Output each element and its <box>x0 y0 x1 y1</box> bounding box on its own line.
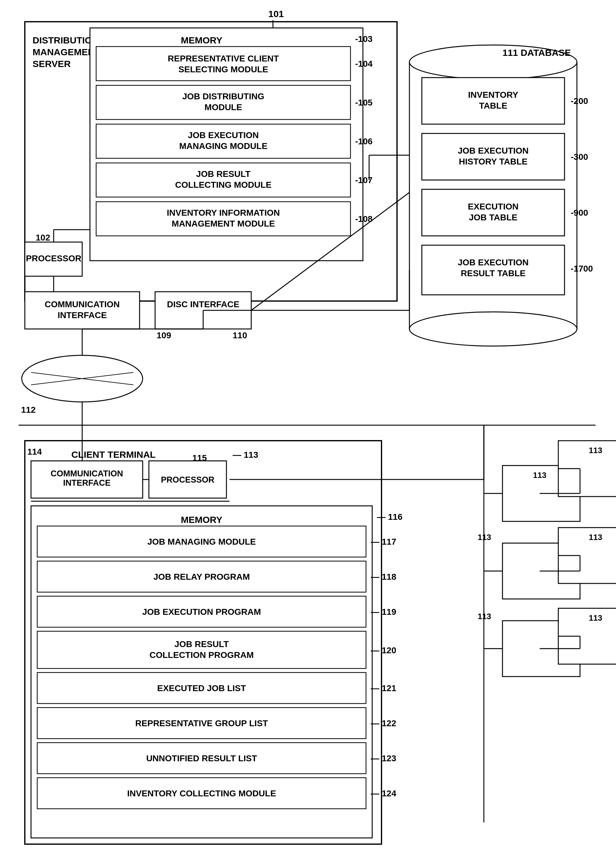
svg-rect-30 <box>409 62 577 329</box>
svg-text:-300: -300 <box>571 152 588 162</box>
svg-rect-122 <box>503 543 580 599</box>
svg-text:112: 112 <box>21 405 36 415</box>
svg-text:REPRESENTATIVE GROUP LIST: REPRESENTATIVE GROUP LIST <box>135 718 268 728</box>
svg-text:113: 113 <box>533 471 546 480</box>
svg-text:JOB EXECUTION: JOB EXECUTION <box>458 258 529 267</box>
svg-rect-6 <box>96 47 350 81</box>
svg-text:MANAGING MODULE: MANAGING MODULE <box>179 141 268 151</box>
svg-text:COLLECTING MODULE: COLLECTING MODULE <box>175 180 272 190</box>
svg-text:MODULE: MODULE <box>204 102 242 112</box>
svg-rect-97 <box>37 631 366 669</box>
svg-text:-200: -200 <box>571 96 588 106</box>
svg-text:EXECUTION: EXECUTION <box>468 202 518 211</box>
svg-text:-1700: -1700 <box>571 264 593 274</box>
svg-point-32 <box>409 312 577 346</box>
svg-rect-4 <box>90 28 363 261</box>
svg-text:EXECUTED JOB LIST: EXECUTED JOB LIST <box>157 683 246 693</box>
svg-rect-73 <box>25 441 382 844</box>
svg-text:DISC INTERFACE: DISC INTERFACE <box>167 299 239 309</box>
svg-rect-34 <box>422 77 564 124</box>
svg-text:PROCESSOR: PROCESSOR <box>26 253 82 263</box>
svg-text:-108: -108 <box>355 214 372 224</box>
svg-text:— 123: — 123 <box>371 754 396 763</box>
svg-text:110: 110 <box>233 330 247 340</box>
svg-rect-9 <box>96 85 350 120</box>
svg-rect-117 <box>558 441 616 497</box>
svg-text:JOB EXECUTION PROGRAM: JOB EXECUTION PROGRAM <box>142 607 261 617</box>
svg-text:RESULT TABLE: RESULT TABLE <box>461 268 526 278</box>
svg-rect-21 <box>25 242 82 276</box>
svg-rect-88 <box>37 526 366 557</box>
svg-text:102: 102 <box>36 233 50 242</box>
svg-rect-130 <box>503 621 580 677</box>
svg-text:— 113: — 113 <box>233 450 258 460</box>
svg-rect-114 <box>503 466 580 521</box>
svg-text:-105: -105 <box>355 98 372 107</box>
svg-rect-101 <box>37 672 366 703</box>
svg-text:COLLECTION PROGRAM: COLLECTION PROGRAM <box>149 650 254 660</box>
svg-text:— 119: — 119 <box>371 607 396 617</box>
svg-text:REPRESENTATIVE CLIENT: REPRESENTATIVE CLIENT <box>168 54 279 63</box>
svg-line-61 <box>251 192 409 310</box>
svg-text:111 DATABASE: 111 DATABASE <box>503 47 571 58</box>
svg-text:113: 113 <box>478 612 491 621</box>
svg-text:113: 113 <box>478 532 491 542</box>
svg-text:— 118: — 118 <box>371 572 396 582</box>
svg-text:INTERFACE: INTERFACE <box>58 310 107 320</box>
svg-text:TABLE: TABLE <box>479 101 507 110</box>
svg-text:SELECTING MODULE: SELECTING MODULE <box>178 65 268 74</box>
svg-rect-110 <box>37 778 366 809</box>
svg-text:113: 113 <box>589 613 602 623</box>
svg-text:SERVER: SERVER <box>33 59 71 69</box>
svg-rect-133 <box>558 608 616 664</box>
svg-rect-43 <box>422 245 564 295</box>
svg-rect-91 <box>37 561 366 592</box>
svg-text:109: 109 <box>157 330 171 340</box>
svg-point-66 <box>22 355 143 402</box>
svg-text:-104: -104 <box>355 59 372 69</box>
svg-line-67 <box>31 372 134 385</box>
svg-text:— 121: — 121 <box>371 683 396 693</box>
svg-text:COMMUNICATION: COMMUNICATION <box>50 469 123 478</box>
svg-rect-15 <box>96 163 350 197</box>
svg-rect-104 <box>37 708 366 739</box>
svg-text:INVENTORY INFORMATION: INVENTORY INFORMATION <box>167 208 280 217</box>
diagram-svg: DISTRIBUTION MANAGEMENT SERVER MEMORY RE… <box>0 0 616 864</box>
svg-rect-40 <box>422 189 564 236</box>
svg-text:113: 113 <box>589 445 602 455</box>
svg-rect-26 <box>155 292 251 329</box>
svg-text:COMMUNICATION: COMMUNICATION <box>45 299 120 309</box>
svg-rect-77 <box>31 461 143 498</box>
svg-text:— 120: — 120 <box>371 645 396 655</box>
svg-rect-85 <box>31 506 372 838</box>
svg-text:-103: -103 <box>355 34 372 44</box>
svg-text:MEMORY: MEMORY <box>181 515 222 525</box>
svg-rect-12 <box>96 124 350 158</box>
svg-text:114: 114 <box>27 447 42 456</box>
svg-text:JOB RELAY PROGRAM: JOB RELAY PROGRAM <box>153 572 250 582</box>
diagram-container: DISTRIBUTION MANAGEMENT SERVER MEMORY RE… <box>0 0 616 864</box>
svg-rect-37 <box>422 134 564 180</box>
svg-text:INVENTORY COLLECTING MODULE: INVENTORY COLLECTING MODULE <box>127 788 276 798</box>
svg-text:JOB RESULT: JOB RESULT <box>196 169 250 179</box>
svg-rect-18 <box>96 202 350 236</box>
svg-text:DISTRIBUTION: DISTRIBUTION <box>33 35 99 45</box>
svg-text:-106: -106 <box>355 137 372 146</box>
svg-text:MEMORY: MEMORY <box>181 35 222 45</box>
svg-text:— 117: — 117 <box>371 537 396 546</box>
svg-text:MANAGEMENT: MANAGEMENT <box>33 47 100 57</box>
svg-text:113: 113 <box>589 532 602 542</box>
svg-text:UNNOTIFIED RESULT LIST: UNNOTIFIED RESULT LIST <box>146 754 257 763</box>
svg-text:INTERFACE: INTERFACE <box>63 478 110 488</box>
svg-text:JOB DISTRIBUTING: JOB DISTRIBUTING <box>182 91 264 101</box>
svg-text:PROCESSOR: PROCESSOR <box>161 475 215 485</box>
svg-rect-0 <box>25 22 397 301</box>
svg-text:-107: -107 <box>355 175 372 185</box>
svg-text:MANAGEMENT MODULE: MANAGEMENT MODULE <box>172 219 275 228</box>
svg-point-31 <box>409 45 577 79</box>
svg-text:JOB EXECUTION: JOB EXECUTION <box>188 131 259 140</box>
svg-rect-94 <box>37 596 366 627</box>
svg-text:JOB RESULT: JOB RESULT <box>174 639 229 649</box>
svg-text:— 122: — 122 <box>371 718 396 728</box>
svg-text:-900: -900 <box>571 208 588 217</box>
